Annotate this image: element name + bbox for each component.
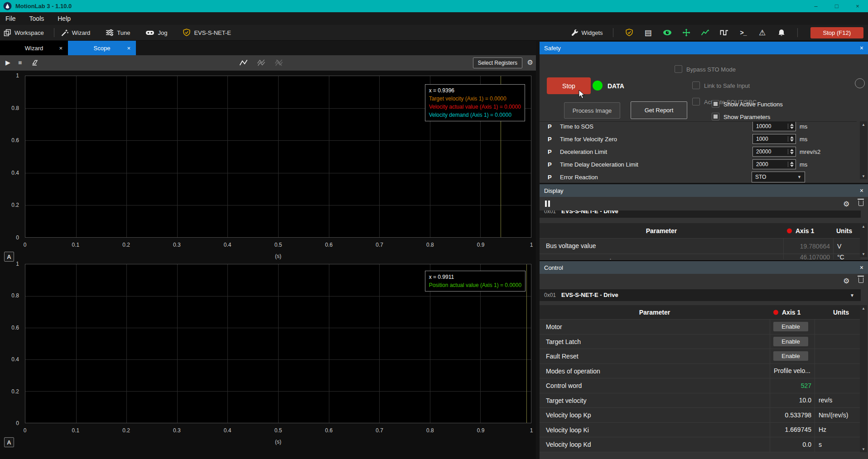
spin-down-icon[interactable] (790, 152, 794, 154)
process-image-button[interactable]: Process Image (564, 102, 620, 119)
spin-up-icon[interactable] (790, 162, 794, 164)
scope-chart-icon[interactable] (700, 28, 710, 37)
workspace-button[interactable]: Workspace (4, 29, 44, 37)
close-button[interactable]: × (847, 0, 868, 12)
get-report-button[interactable]: Get Report (631, 101, 687, 119)
row-value: Profile velo... (770, 364, 815, 378)
spinner-arrows[interactable] (788, 136, 794, 142)
activate-sout-checkbox[interactable] (692, 98, 700, 105)
spin-down-icon[interactable] (790, 127, 794, 129)
menu-help[interactable]: Help (58, 15, 71, 22)
menu-file[interactable]: File (5, 15, 16, 22)
wizard-button[interactable]: Wizard (61, 29, 90, 37)
scroll-up-icon[interactable]: ▲ (860, 121, 867, 128)
spin-up-icon[interactable] (790, 124, 794, 126)
axis-status-dot (787, 228, 792, 233)
spinner-arrows[interactable] (788, 149, 794, 154)
parameter-spinner-input[interactable]: 20000 (752, 147, 796, 157)
scope-play-button[interactable]: ▶ (5, 59, 10, 66)
display-trash-icon[interactable] (858, 201, 863, 206)
display-settings-gear-icon[interactable]: ⚙ (843, 200, 849, 208)
square-wave-icon[interactable] (719, 28, 729, 37)
tab-wizard[interactable]: Wizard × (0, 41, 68, 55)
enable-button[interactable]: Enable (773, 322, 808, 331)
gridline-vertical (177, 76, 178, 237)
spin-up-icon[interactable] (790, 149, 794, 151)
scroll-up-icon[interactable]: ▲ (860, 305, 867, 311)
maximize-button[interactable]: □ (826, 0, 847, 12)
enable-button[interactable]: Enable (773, 337, 808, 346)
control-device-selector[interactable]: 0x01 EVS-S-NET-E - Drive ▼ (540, 289, 861, 301)
signal-multi-off-icon[interactable] (275, 59, 283, 66)
autoscale-button[interactable]: A (4, 252, 14, 262)
minimize-button[interactable]: – (805, 0, 826, 12)
scope-stop-button[interactable]: ■ (18, 59, 22, 66)
control-close-icon[interactable]: × (860, 264, 863, 271)
widgets-button[interactable]: Widgets (571, 29, 603, 37)
control-panel-header[interactable]: Control × (540, 261, 868, 274)
scroll-down-icon[interactable]: ▼ (860, 173, 867, 179)
control-scrollbar[interactable]: ▲ ▼ (860, 305, 867, 452)
safety-scrollbar[interactable]: ▲ ▼ (860, 121, 867, 179)
row-value: Enable (770, 320, 815, 334)
tune-button[interactable]: Tune (106, 29, 130, 36)
scroll-down-icon[interactable]: ▼ (860, 251, 867, 257)
link-safe-input-checkbox[interactable] (692, 81, 700, 89)
parameter-spinner-input[interactable]: 2000 (752, 159, 796, 169)
bell-icon[interactable] (776, 28, 786, 37)
signal-single-icon[interactable] (239, 59, 248, 66)
signal-multi-icon[interactable] (257, 59, 265, 66)
link-safe-input-label: Link to Safe Input (704, 82, 750, 89)
device-button[interactable]: EVS-S-NET-E (183, 29, 231, 37)
gridline-vertical (379, 76, 380, 237)
show-active-functions-checkbox[interactable] (712, 100, 719, 108)
spinner-arrows[interactable] (788, 124, 794, 129)
spin-up-icon[interactable] (790, 136, 794, 139)
menu-tools[interactable]: Tools (29, 15, 44, 22)
display-device-selector[interactable]: 0x01 EVS-S-NET-E - Drive (540, 210, 861, 218)
spin-down-icon[interactable] (790, 165, 794, 167)
stop-f12-button[interactable]: Stop (F12) (810, 27, 863, 38)
tab-scope[interactable]: Scope × (68, 41, 136, 55)
display-panel-header[interactable]: Display × (540, 184, 868, 197)
safety-panel-header[interactable]: Safety × (540, 42, 868, 54)
spin-down-icon[interactable] (790, 139, 794, 142)
parameter-badge: P (548, 161, 552, 168)
row-unit: rev/s (815, 393, 861, 408)
bypass-sto-checkbox[interactable] (675, 65, 682, 73)
display-scrollbar[interactable]: ▲ ▼ (860, 223, 867, 257)
parameter-spinner-input[interactable]: 1000 (752, 134, 796, 144)
tab-scope-close-icon[interactable]: × (127, 45, 130, 52)
terminal-icon[interactable]: >_ (738, 28, 748, 37)
chart-plot[interactable]: x = 0.9396Target velocity (Axis 1) = 0.0… (25, 76, 531, 238)
autoscale-button[interactable]: A (4, 437, 14, 447)
gridline-horizontal (25, 328, 531, 328)
gridline-horizontal (25, 296, 531, 296)
registers-list-icon[interactable]: ▤ (643, 28, 653, 37)
safety-shield-icon[interactable] (624, 28, 634, 37)
chart-plot[interactable]: x = 0.9911Position actual value (Axis 1)… (25, 264, 531, 423)
select-registers-button[interactable]: Select Registers (473, 57, 522, 68)
tab-wizard-close-icon[interactable]: × (59, 45, 63, 52)
warning-icon[interactable]: ⚠ (757, 28, 767, 37)
parameter-spinner-input[interactable]: 10000 (752, 121, 796, 131)
show-parameters-checkbox[interactable] (712, 113, 719, 120)
control-settings-gear-icon[interactable]: ⚙ (843, 277, 849, 285)
safety-close-icon[interactable]: × (860, 44, 863, 52)
move-icon[interactable] (681, 28, 691, 37)
row-parameter: Control word (546, 382, 582, 389)
scope-settings-gear-icon[interactable]: ⚙ (527, 58, 533, 67)
jog-button[interactable]: Jog (145, 29, 167, 36)
display-close-icon[interactable]: × (860, 187, 863, 194)
safety-panel: Safety × Stop DATA Bypass STO Mode Link … (540, 42, 868, 183)
control-trash-icon[interactable] (858, 277, 863, 283)
eraser-icon[interactable] (31, 59, 39, 66)
enable-button[interactable]: Enable (773, 351, 808, 361)
error-reaction-dropdown[interactable]: STO▼ (752, 172, 805, 182)
pause-button[interactable] (545, 201, 550, 207)
scroll-down-icon[interactable]: ▼ (860, 446, 867, 452)
column-axis: Axis 1 (796, 227, 814, 234)
scroll-up-icon[interactable]: ▲ (860, 223, 867, 230)
spinner-arrows[interactable] (788, 162, 794, 167)
watch-eye-icon[interactable] (662, 28, 672, 37)
